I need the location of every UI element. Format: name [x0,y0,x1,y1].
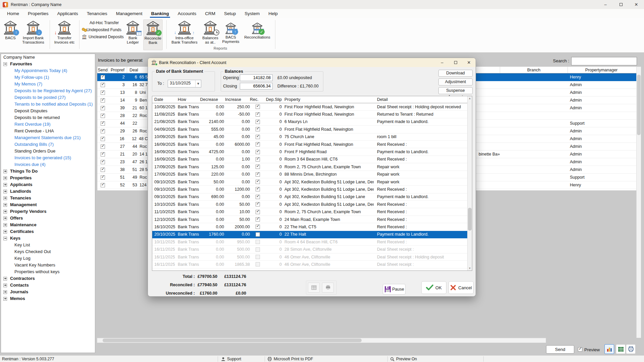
invoice-row[interactable]: 4422 [97,120,148,127]
sidebar-item-journals[interactable]: Journals [1,289,95,295]
sidebar-item-memos[interactable]: Memos [1,295,95,302]
expand-icon[interactable] [3,203,7,207]
reconciled-checkbox[interactable] [256,247,260,252]
reconciled-checkbox[interactable] [256,105,260,109]
dialog-titlebar[interactable]: Bank Reconciliation - Client Account – ✕ [148,58,476,67]
transaction-row[interactable]: 16/11/2025Bank Trans0.00500.00028 Simon … [152,246,472,253]
invoice-row[interactable]: Admin [476,81,636,89]
sidebar-item-contractors[interactable]: Contractors [1,275,95,282]
sidebar-item-key-list[interactable]: Key List [1,242,95,248]
send-checkbox[interactable] [101,152,105,157]
sidebar-item-standing-orders-due[interactable]: Standing Orders Due [1,148,95,155]
grid-vertical-scrollbar[interactable] [636,67,641,338]
sidebar-item-rent-overdue-lha[interactable]: Rent Overdue - LHA [1,128,95,134]
sidebar-item-tenancies[interactable]: Tenancies [1,195,95,201]
sidebar-item-deposits-to-be-posted-27[interactable]: Deposits to be posted (27) [1,94,95,101]
sidebar-item-property-vendors[interactable]: Property Vendors [1,208,95,215]
invoice-row[interactable]: Henry [476,73,636,81]
send-checkbox[interactable] [101,168,105,172]
scroll-up-arrow-icon[interactable]: ▲ [468,96,472,101]
invoice-row[interactable]: Admin [476,158,636,166]
invoice-row[interactable]: Support [476,174,636,181]
import-bank-transactions-button[interactable]: ↓ Import Bank Transactions [19,19,48,50]
invoice-row[interactable]: Admin [476,97,636,104]
column-header-send[interactable]: Send [97,67,108,73]
statement-date-combobox[interactable]: 31/10/2025 ▼ [168,80,201,87]
transaction-row[interactable]: 17/09/2025Bank Trans220.000.00088 Minnis… [152,171,472,178]
grid-horizontal-scrollbar[interactable] [97,338,546,343]
reconciled-checkbox[interactable] [256,135,260,139]
transaction-row[interactable]: 10/11/2025Bank Trans0.00950.000Room 4 64… [152,238,472,246]
sidebar-item-tenants-to-be-notified-about-deposits-1[interactable]: Tenants to be notified about Deposits (1… [1,101,95,108]
excel-export-button[interactable] [616,344,626,354]
sidebar-item-my-follow-ups-1[interactable]: My Follow-ups (1) [1,74,95,81]
reconciled-checkbox[interactable] [256,172,260,177]
send-checkbox[interactable] [101,106,105,110]
send-button[interactable]: Send [546,345,574,354]
sidebar-item-my-appointments-today-4[interactable]: My Appointments Today (4) [1,67,95,74]
menu-management[interactable]: Management [112,9,147,18]
transaction-row[interactable]: 16/11/2025Bank Trans0.001865.38046 Omer … [152,261,472,268]
adhoc-transfer-button[interactable]: Ad-Hoc Transfer [82,19,121,26]
reconciled-checkbox[interactable] [256,187,260,191]
invoice-row[interactable]: Henry [476,181,636,189]
download-button[interactable]: Download [438,70,473,77]
sidebar-item-rent-overdue-19[interactable]: Rent Overdue (19) [1,121,95,128]
column-header-rec[interactable]: Rec. [250,96,266,103]
transaction-row[interactable]: 16/10/2025Bank Trans0.002000.00022 The H… [152,223,472,231]
expand-icon[interactable] [3,196,7,200]
sidebar-item-key-log[interactable]: Key Log [1,255,95,262]
invoice-row[interactable]: Admin [476,127,636,135]
invoice-row[interactable]: Support [476,120,636,127]
expand-icon[interactable] [3,297,7,301]
sidebar-item-keys[interactable]: Keys [1,235,95,242]
invoice-row[interactable]: Admin [476,89,636,97]
invoice-row[interactable]: 161248 C [97,135,148,143]
window-close-button[interactable]: ✕ [629,0,644,9]
sidebar-item-invoices-due-4[interactable]: Invoices due (4) [1,161,95,168]
menu-properties[interactable]: Properties [23,9,53,18]
undeposited-funds-button[interactable]: Undeposited Funds [82,26,121,33]
reconciled-checkbox[interactable] [256,112,260,117]
search-input[interactable] [571,57,637,65]
ok-button[interactable]: OK [421,281,446,294]
sidebar-item-applicants[interactable]: Applicants [1,181,95,188]
send-checkbox[interactable] [101,175,105,180]
expand-icon[interactable] [3,230,7,234]
reconciled-checkbox[interactable] [256,232,260,237]
send-checkbox[interactable] [101,183,105,187]
reconciled-checkbox[interactable] [256,225,260,229]
sidebar-item-offers[interactable]: Offers [1,215,95,222]
support-status[interactable]: Support [221,356,241,362]
chart-view-button[interactable] [604,344,614,354]
suspense-account-button[interactable]: Suspense Account [438,87,473,94]
menu-system[interactable]: System [240,9,264,18]
transaction-row[interactable]: 17/09/2025Bank Trans125.000.000Room 2, 7… [152,163,472,171]
invoice-row[interactable]: 2744Roc [97,143,148,150]
menu-setup[interactable]: Setup [220,9,240,18]
sidebar-item-vacant-key-numbers[interactable]: Vacant Key Numbers [1,262,95,268]
reconciled-checkbox[interactable] [256,202,260,206]
sidebar-item-outstanding-bills-7[interactable]: Outstanding Bills (7) [1,141,95,148]
reconciliations-button[interactable]: ✓ Reconciliations [242,19,272,50]
company-name-root[interactable]: Company Name [1,54,95,61]
reconciled-checkbox[interactable] [256,120,260,124]
expand-icon[interactable] [3,170,7,173]
collapse-icon[interactable] [3,62,7,66]
sidebar-item-deposit-disputes[interactable]: Deposit Disputes [1,108,95,114]
sidebar-item-deposits-to-be-registered-by-agent-27[interactable]: Deposits to be Registered by Agent (27) [1,87,95,94]
expand-icon[interactable] [3,176,7,180]
invoice-row[interactable]: 2926Roc [97,127,148,135]
transaction-row[interactable]: 21/08/2025Bank Trans2140.000.0006 Maurys… [152,118,472,126]
closing-balance-input[interactable] [240,83,273,89]
invoice-row[interactable]: 234726 1 [97,158,148,166]
expand-icon[interactable] [3,217,7,220]
invoice-row[interactable]: Admin [476,135,636,143]
send-checkbox[interactable] [101,160,105,164]
send-checkbox[interactable] [101,75,105,79]
sidebar-item-contacts[interactable]: Contacts [1,282,95,289]
reconciled-checkbox[interactable] [256,240,260,244]
sidebar-item-maintenance[interactable]: Maintenance [1,222,95,228]
invoice-row[interactable]: 385128 5 [97,166,148,174]
column-header-detail[interactable]: Detail [374,96,472,103]
